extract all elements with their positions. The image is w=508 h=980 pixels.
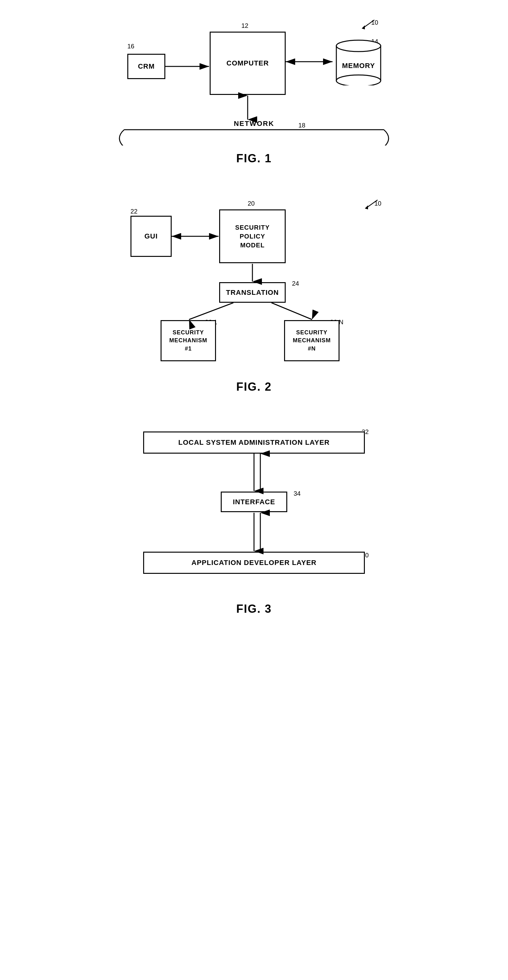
fig2-label: FIG. 2 — [236, 380, 272, 393]
smn-label: SECURITY MECHANISM #N — [293, 329, 331, 353]
ref10-arrow — [358, 18, 377, 31]
sm1-label: SECURITY MECHANISM #1 — [169, 329, 208, 353]
fig2-diagram: 10 20 22 24 26.1 26.N GUI SECURITY POLIC… — [112, 191, 396, 374]
crm-label: CRM — [138, 62, 155, 70]
spm-box: SECURITY POLICY MODEL — [219, 209, 286, 263]
fig3-label: FIG. 3 — [236, 602, 272, 616]
fig2-wrapper: 10 20 22 24 26.1 26.N GUI SECURITY POLIC… — [32, 191, 476, 393]
svg-line-15 — [366, 200, 377, 208]
fig1-label: FIG. 1 — [236, 152, 272, 165]
adl-label: APPLICATION DEVELOPER LAYER — [192, 558, 317, 567]
sm1-box: SECURITY MECHANISM #1 — [161, 320, 216, 361]
computer-box: COMPUTER — [210, 32, 286, 95]
fig3-wrapper: 32 34 30 LOCAL SYSTEM ADMINISTRATION LAY… — [32, 419, 476, 616]
svg-line-23 — [189, 303, 233, 320]
fig2-ref-24: 24 — [292, 280, 299, 287]
spm-label: SECURITY POLICY MODEL — [235, 223, 270, 250]
translation-label: TRANSLATION — [226, 288, 279, 297]
fig1-wrapper: 10 12 14 16 18 CRM COMPUTER — [32, 13, 476, 165]
fig2-ref-22: 22 — [131, 208, 137, 215]
ref-12: 12 — [241, 22, 248, 29]
interface-label: INTERFACE — [233, 498, 275, 506]
lsal-box: LOCAL SYSTEM ADMINISTRATION LAYER — [143, 431, 365, 453]
memory-label: MEMORY — [342, 62, 375, 70]
fig3-diagram: 32 34 30 LOCAL SYSTEM ADMINISTRATION LAY… — [112, 419, 396, 596]
adl-box: APPLICATION DEVELOPER LAYER — [143, 552, 365, 574]
svg-marker-16 — [365, 205, 368, 209]
fig3-ref-34: 34 — [294, 490, 300, 497]
gui-box: GUI — [131, 216, 172, 257]
translation-box: TRANSLATION — [219, 282, 286, 303]
network-label-container: NETWORK — [112, 115, 396, 132]
svg-line-24 — [272, 303, 312, 320]
memory-cylinder: MEMORY — [333, 38, 384, 86]
fig2-ref-20: 20 — [248, 200, 255, 207]
fig2-ref10-arrow — [362, 198, 381, 211]
crm-box: CRM — [127, 54, 165, 79]
diagram-container: 10 12 14 16 18 CRM COMPUTER — [32, 13, 476, 616]
svg-line-0 — [363, 20, 374, 28]
computer-label: COMPUTER — [227, 59, 269, 67]
network-label: NETWORK — [234, 119, 274, 128]
svg-marker-1 — [362, 25, 365, 29]
gui-label: GUI — [144, 232, 158, 240]
fig1-diagram: 10 12 14 16 18 CRM COMPUTER — [112, 13, 396, 145]
svg-point-4 — [336, 75, 381, 86]
smn-box: SECURITY MECHANISM #N — [284, 320, 340, 361]
interface-box: INTERFACE — [221, 492, 287, 512]
ref-16: 16 — [127, 43, 134, 50]
svg-point-3 — [336, 40, 381, 52]
lsal-label: LOCAL SYSTEM ADMINISTRATION LAYER — [178, 438, 330, 447]
